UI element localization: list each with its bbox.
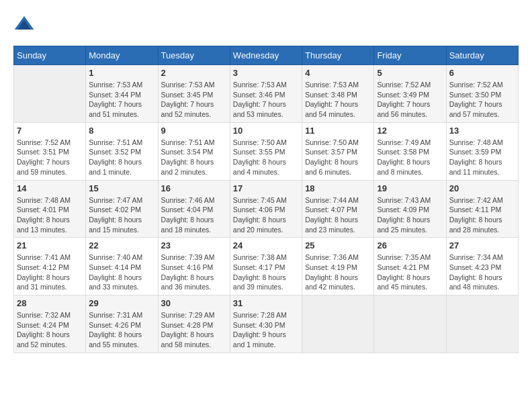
calendar-cell: 1Sunrise: 7:53 AMSunset: 3:44 PMDaylight… bbox=[86, 65, 158, 123]
calendar-table: SundayMondayTuesdayWednesdayThursdayFrid… bbox=[13, 46, 519, 353]
day-info: Sunrise: 7:49 AMSunset: 3:58 PMDaylight:… bbox=[377, 138, 443, 177]
day-number: 6 bbox=[449, 68, 515, 78]
day-number: 16 bbox=[161, 183, 227, 193]
calendar-cell bbox=[14, 65, 86, 123]
day-info: Sunrise: 7:51 AMSunset: 3:54 PMDaylight:… bbox=[161, 138, 227, 177]
day-info: Sunrise: 7:41 AMSunset: 4:12 PMDaylight:… bbox=[17, 253, 83, 292]
day-number: 20 bbox=[449, 183, 515, 193]
calendar-cell: 3Sunrise: 7:53 AMSunset: 3:46 PMDaylight… bbox=[230, 65, 302, 123]
calendar-cell: 30Sunrise: 7:29 AMSunset: 4:28 PMDayligh… bbox=[158, 295, 230, 353]
day-number: 14 bbox=[17, 183, 83, 193]
calendar-cell: 9Sunrise: 7:51 AMSunset: 3:54 PMDaylight… bbox=[158, 122, 230, 180]
day-info: Sunrise: 7:43 AMSunset: 4:09 PMDaylight:… bbox=[377, 195, 443, 235]
day-number: 27 bbox=[449, 240, 515, 250]
day-number: 19 bbox=[377, 183, 443, 193]
logo bbox=[13, 13, 38, 35]
day-info: Sunrise: 7:36 AMSunset: 4:19 PMDaylight:… bbox=[305, 253, 371, 292]
calendar-cell: 24Sunrise: 7:38 AMSunset: 4:17 PMDayligh… bbox=[230, 238, 302, 295]
logo-icon bbox=[13, 13, 35, 35]
day-info: Sunrise: 7:52 AMSunset: 3:50 PMDaylight:… bbox=[449, 80, 515, 120]
day-number: 3 bbox=[233, 68, 299, 78]
day-number: 26 bbox=[377, 240, 443, 250]
day-header-wednesday: Wednesday bbox=[230, 46, 302, 65]
calendar-cell: 12Sunrise: 7:49 AMSunset: 3:58 PMDayligh… bbox=[374, 122, 446, 180]
calendar-cell: 19Sunrise: 7:43 AMSunset: 4:09 PMDayligh… bbox=[374, 180, 446, 238]
day-info: Sunrise: 7:50 AMSunset: 3:57 PMDaylight:… bbox=[305, 138, 371, 177]
calendar-cell: 11Sunrise: 7:50 AMSunset: 3:57 PMDayligh… bbox=[302, 122, 374, 180]
calendar-cell: 10Sunrise: 7:50 AMSunset: 3:55 PMDayligh… bbox=[230, 122, 302, 180]
day-info: Sunrise: 7:39 AMSunset: 4:16 PMDaylight:… bbox=[161, 253, 227, 292]
day-number: 7 bbox=[17, 126, 83, 136]
day-info: Sunrise: 7:50 AMSunset: 3:55 PMDaylight:… bbox=[233, 138, 299, 177]
day-header-thursday: Thursday bbox=[302, 46, 374, 65]
day-info: Sunrise: 7:44 AMSunset: 4:07 PMDaylight:… bbox=[305, 195, 371, 235]
day-number: 11 bbox=[305, 126, 371, 136]
day-header-friday: Friday bbox=[374, 46, 446, 65]
day-info: Sunrise: 7:38 AMSunset: 4:17 PMDaylight:… bbox=[233, 253, 299, 292]
day-info: Sunrise: 7:53 AMSunset: 3:48 PMDaylight:… bbox=[305, 80, 371, 120]
day-info: Sunrise: 7:31 AMSunset: 4:26 PMDaylight:… bbox=[89, 310, 154, 350]
day-info: Sunrise: 7:35 AMSunset: 4:21 PMDaylight:… bbox=[377, 253, 443, 292]
calendar-cell: 17Sunrise: 7:45 AMSunset: 4:06 PMDayligh… bbox=[230, 180, 302, 238]
day-header-sunday: Sunday bbox=[14, 46, 86, 65]
day-number: 30 bbox=[161, 298, 227, 308]
day-number: 22 bbox=[89, 240, 154, 250]
calendar-cell: 18Sunrise: 7:44 AMSunset: 4:07 PMDayligh… bbox=[302, 180, 374, 238]
day-info: Sunrise: 7:34 AMSunset: 4:23 PMDaylight:… bbox=[449, 253, 515, 292]
calendar-week-row: 1Sunrise: 7:53 AMSunset: 3:44 PMDaylight… bbox=[14, 65, 519, 123]
day-info: Sunrise: 7:51 AMSunset: 3:52 PMDaylight:… bbox=[89, 138, 154, 177]
calendar-week-row: 28Sunrise: 7:32 AMSunset: 4:24 PMDayligh… bbox=[14, 295, 519, 353]
day-number: 8 bbox=[89, 126, 154, 136]
day-number: 15 bbox=[89, 183, 154, 193]
day-number: 9 bbox=[161, 126, 227, 136]
day-info: Sunrise: 7:29 AMSunset: 4:28 PMDaylight:… bbox=[161, 310, 227, 350]
calendar-cell: 23Sunrise: 7:39 AMSunset: 4:16 PMDayligh… bbox=[158, 238, 230, 295]
day-number: 29 bbox=[89, 298, 154, 308]
calendar-cell: 7Sunrise: 7:52 AMSunset: 3:51 PMDaylight… bbox=[14, 122, 86, 180]
day-info: Sunrise: 7:52 AMSunset: 3:49 PMDaylight:… bbox=[377, 80, 443, 120]
day-header-monday: Monday bbox=[86, 46, 158, 65]
day-number: 24 bbox=[233, 240, 299, 250]
day-number: 12 bbox=[377, 126, 443, 136]
calendar-cell: 15Sunrise: 7:47 AMSunset: 4:02 PMDayligh… bbox=[86, 180, 158, 238]
calendar-cell: 8Sunrise: 7:51 AMSunset: 3:52 PMDaylight… bbox=[86, 122, 158, 180]
calendar-cell: 2Sunrise: 7:53 AMSunset: 3:45 PMDaylight… bbox=[158, 65, 230, 123]
day-header-saturday: Saturday bbox=[446, 46, 518, 65]
day-number: 21 bbox=[17, 240, 83, 250]
day-info: Sunrise: 7:28 AMSunset: 4:30 PMDaylight:… bbox=[233, 310, 299, 350]
day-number: 25 bbox=[305, 240, 371, 250]
calendar-cell: 6Sunrise: 7:52 AMSunset: 3:50 PMDaylight… bbox=[446, 65, 518, 123]
day-header-tuesday: Tuesday bbox=[158, 46, 230, 65]
calendar-cell: 16Sunrise: 7:46 AMSunset: 4:04 PMDayligh… bbox=[158, 180, 230, 238]
day-number: 23 bbox=[161, 240, 227, 250]
day-number: 28 bbox=[17, 298, 83, 308]
day-number: 1 bbox=[89, 68, 154, 78]
calendar-cell: 28Sunrise: 7:32 AMSunset: 4:24 PMDayligh… bbox=[14, 295, 86, 353]
calendar-cell: 14Sunrise: 7:48 AMSunset: 4:01 PMDayligh… bbox=[14, 180, 86, 238]
day-number: 17 bbox=[233, 183, 299, 193]
day-info: Sunrise: 7:46 AMSunset: 4:04 PMDaylight:… bbox=[161, 195, 227, 235]
calendar-cell: 31Sunrise: 7:28 AMSunset: 4:30 PMDayligh… bbox=[230, 295, 302, 353]
day-number: 10 bbox=[233, 126, 299, 136]
calendar-cell: 5Sunrise: 7:52 AMSunset: 3:49 PMDaylight… bbox=[374, 65, 446, 123]
day-info: Sunrise: 7:40 AMSunset: 4:14 PMDaylight:… bbox=[89, 253, 154, 292]
day-info: Sunrise: 7:42 AMSunset: 4:11 PMDaylight:… bbox=[449, 195, 515, 235]
day-info: Sunrise: 7:52 AMSunset: 3:51 PMDaylight:… bbox=[17, 138, 83, 177]
day-number: 31 bbox=[233, 298, 299, 308]
calendar-cell: 25Sunrise: 7:36 AMSunset: 4:19 PMDayligh… bbox=[302, 238, 374, 295]
calendar-cell: 20Sunrise: 7:42 AMSunset: 4:11 PMDayligh… bbox=[446, 180, 518, 238]
calendar-cell bbox=[302, 295, 374, 353]
page-header bbox=[13, 13, 519, 35]
day-info: Sunrise: 7:32 AMSunset: 4:24 PMDaylight:… bbox=[17, 310, 83, 350]
calendar-cell bbox=[374, 295, 446, 353]
day-info: Sunrise: 7:53 AMSunset: 3:45 PMDaylight:… bbox=[161, 80, 227, 120]
calendar-cell: 29Sunrise: 7:31 AMSunset: 4:26 PMDayligh… bbox=[86, 295, 158, 353]
calendar-week-row: 14Sunrise: 7:48 AMSunset: 4:01 PMDayligh… bbox=[14, 180, 519, 238]
day-info: Sunrise: 7:53 AMSunset: 3:44 PMDaylight:… bbox=[89, 80, 154, 120]
calendar-week-row: 21Sunrise: 7:41 AMSunset: 4:12 PMDayligh… bbox=[14, 238, 519, 295]
calendar-header-row: SundayMondayTuesdayWednesdayThursdayFrid… bbox=[14, 46, 519, 65]
day-number: 5 bbox=[377, 68, 443, 78]
day-number: 13 bbox=[449, 126, 515, 136]
day-info: Sunrise: 7:48 AMSunset: 4:01 PMDaylight:… bbox=[17, 195, 83, 235]
calendar-cell: 22Sunrise: 7:40 AMSunset: 4:14 PMDayligh… bbox=[86, 238, 158, 295]
